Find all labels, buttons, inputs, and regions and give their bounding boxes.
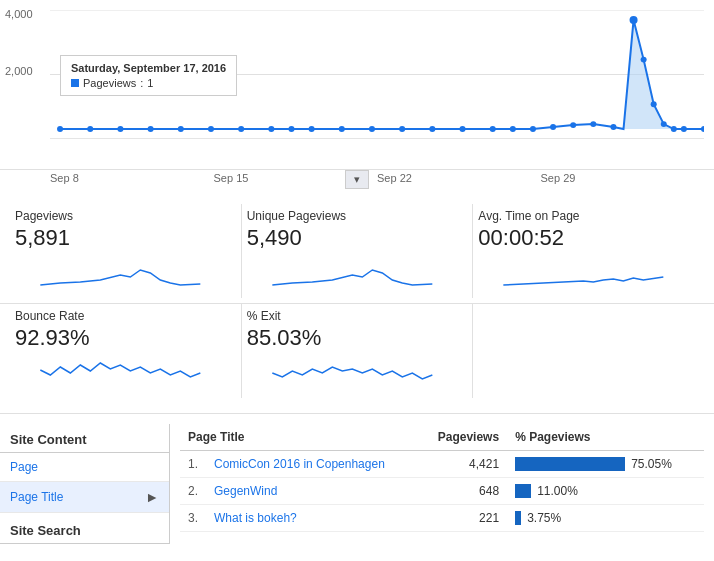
x-label-sep8: Sep 8 [50, 172, 214, 184]
row-pct-label: 11.00% [537, 484, 578, 498]
row-pct-label: 3.75% [527, 511, 561, 525]
row-title-link[interactable]: What is bokeh? [214, 511, 297, 525]
row-pageviews: 4,421 [419, 451, 507, 478]
sidebar-item-arrow-icon: ► [145, 489, 159, 505]
sidebar-item-page[interactable]: Page [0, 453, 169, 482]
y-label-4000: 4,000 [5, 8, 33, 20]
metrics-row-1: Pageviews 5,891 Unique Pageviews 5,490 A… [0, 189, 714, 304]
tooltip-date: Saturday, September 17, 2016 [71, 62, 226, 74]
metric-pageviews-label: Pageviews [15, 209, 226, 223]
svg-point-14 [339, 126, 345, 132]
svg-point-27 [641, 57, 647, 63]
svg-point-4 [57, 126, 63, 132]
metric-avg-time-spark [478, 255, 689, 290]
y-label-2000: 2,000 [5, 65, 33, 77]
svg-point-25 [610, 124, 616, 130]
svg-point-6 [117, 126, 123, 132]
x-label-sep22: Sep 22 [377, 172, 541, 184]
table-row: 1. ComicCon 2016 in Copenhagen 4,421 75.… [180, 451, 704, 478]
col-header-pageviews: Pageviews [419, 424, 507, 451]
metric-unique-pageviews-label: Unique Pageviews [247, 209, 458, 223]
svg-point-18 [460, 126, 466, 132]
svg-point-21 [530, 126, 536, 132]
tooltip-dot [71, 79, 79, 87]
svg-point-19 [490, 126, 496, 132]
svg-point-7 [148, 126, 154, 132]
row-bar [515, 511, 521, 525]
row-pct-label: 75.05% [631, 457, 672, 471]
chart-expand-button[interactable]: ▾ [345, 170, 369, 189]
metric-bounce-rate-spark [15, 355, 226, 390]
chart-tooltip: Saturday, September 17, 2016 Pageviews: … [60, 55, 237, 96]
metric-pageviews: Pageviews 5,891 [10, 204, 242, 298]
col-header-page-title: Page Title [180, 424, 419, 451]
svg-point-28 [651, 101, 657, 107]
svg-point-17 [429, 126, 435, 132]
svg-point-13 [309, 126, 315, 132]
svg-point-32 [701, 126, 704, 132]
row-bar [515, 484, 531, 498]
row-num: 2. [180, 478, 206, 505]
svg-point-23 [570, 122, 576, 128]
main-chart: 4,000 2,000 Saturday, September 17, 2016… [0, 0, 714, 170]
metric-bounce-rate: Bounce Rate 92.93% [10, 304, 242, 398]
metric-pct-exit-value: 85.03% [247, 325, 458, 351]
svg-point-31 [681, 126, 687, 132]
metric-unique-pageviews: Unique Pageviews 5,490 [242, 204, 474, 298]
metric-bounce-rate-value: 92.93% [15, 325, 226, 351]
row-title-link[interactable]: ComicCon 2016 in Copenhagen [214, 457, 385, 471]
metric-pageviews-value: 5,891 [15, 225, 226, 251]
metric-avg-time-value: 00:00:52 [478, 225, 689, 251]
table-section: Page Title Pageviews % Pageviews 1. Comi… [170, 424, 714, 544]
row-title[interactable]: GegenWind [206, 478, 419, 505]
metric-bounce-rate-label: Bounce Rate [15, 309, 226, 323]
row-bar [515, 457, 625, 471]
row-pct: 3.75% [507, 505, 704, 532]
col-header-pct-pageviews: % Pageviews [507, 424, 704, 451]
table-row: 2. GegenWind 648 11.00% [180, 478, 704, 505]
row-title[interactable]: ComicCon 2016 in Copenhagen [206, 451, 419, 478]
metric-pageviews-spark [15, 255, 226, 290]
svg-point-22 [550, 124, 556, 130]
row-pageviews: 648 [419, 478, 507, 505]
svg-point-20 [510, 126, 516, 132]
metric-pct-exit: % Exit 85.03% [242, 304, 474, 398]
sidebar-heading-site-search: Site Search [0, 515, 169, 544]
metric-pct-exit-label: % Exit [247, 309, 458, 323]
metric-avg-time-label: Avg. Time on Page [478, 209, 689, 223]
sidebar-heading-site-content: Site Content [0, 424, 169, 453]
row-title-link[interactable]: GegenWind [214, 484, 277, 498]
metric-pct-exit-spark [247, 355, 458, 390]
sidebar-item-page-title-label: Page Title [10, 490, 63, 504]
metric-unique-pageviews-spark [247, 255, 458, 290]
metrics-row-2: Bounce Rate 92.93% % Exit 85.03% [0, 304, 714, 414]
svg-point-9 [208, 126, 214, 132]
row-pct: 11.00% [507, 478, 704, 505]
tooltip-metric: Pageviews [83, 77, 136, 89]
svg-point-11 [268, 126, 274, 132]
row-title[interactable]: What is bokeh? [206, 505, 419, 532]
row-num: 1. [180, 451, 206, 478]
svg-point-24 [590, 121, 596, 127]
svg-point-8 [178, 126, 184, 132]
svg-point-15 [369, 126, 375, 132]
row-pct: 75.05% [507, 451, 704, 478]
sidebar: Site Content Page Page Title ► Site Sear… [0, 424, 170, 544]
svg-point-29 [661, 121, 667, 127]
row-pageviews: 221 [419, 505, 507, 532]
svg-point-5 [87, 126, 93, 132]
metric-placeholder [473, 304, 704, 398]
svg-point-12 [288, 126, 294, 132]
x-label-sep29: Sep 29 [541, 172, 705, 184]
sidebar-item-page-title[interactable]: Page Title ► [0, 482, 169, 513]
svg-point-26 [630, 16, 638, 24]
svg-point-10 [238, 126, 244, 132]
svg-point-30 [671, 126, 677, 132]
svg-point-16 [399, 126, 405, 132]
bottom-section: Site Content Page Page Title ► Site Sear… [0, 414, 714, 554]
table-row: 3. What is bokeh? 221 3.75% [180, 505, 704, 532]
metric-unique-pageviews-value: 5,490 [247, 225, 458, 251]
metric-avg-time: Avg. Time on Page 00:00:52 [473, 204, 704, 298]
tooltip-value: 1 [147, 77, 153, 89]
row-num: 3. [180, 505, 206, 532]
